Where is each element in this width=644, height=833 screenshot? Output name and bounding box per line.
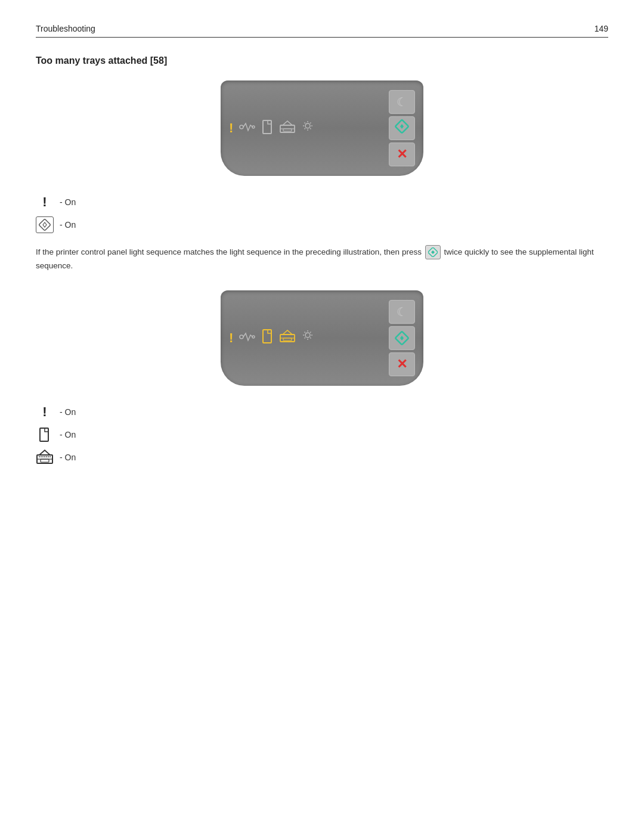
sleep-button-2[interactable]: ☾ (389, 300, 415, 324)
header-right: 149 (595, 24, 608, 33)
svg-line-36 (310, 332, 311, 333)
svg-point-51 (49, 456, 51, 457)
svg-marker-43 (39, 450, 50, 455)
cancel-x-icon-2: ✕ (397, 357, 407, 372)
legend-1-text-1: - On (60, 197, 76, 207)
legend-exclaim-icon-1: ! (36, 194, 54, 210)
sleep-button-1[interactable]: ☾ (389, 90, 415, 114)
legend-2-text-1: - On (60, 407, 76, 417)
svg-point-29 (305, 333, 310, 337)
svg-line-12 (305, 122, 306, 123)
page-icon-2 (262, 329, 274, 346)
exclaim-icon-1: ! (229, 122, 233, 135)
svg-rect-28 (283, 338, 292, 340)
tray-icon-2 (280, 330, 295, 346)
start-button-1[interactable] (389, 116, 415, 140)
svg-point-49 (46, 456, 47, 457)
svg-rect-2 (263, 120, 271, 134)
svg-point-45 (39, 456, 40, 457)
svg-line-15 (305, 128, 306, 129)
legend-2-text-3: - On (60, 453, 76, 462)
panel-2-icons: ! (229, 329, 383, 346)
legend-2-item-1: ! - On (36, 404, 608, 420)
light-icon-1 (301, 120, 314, 137)
cancel-x-icon-1: ✕ (397, 147, 407, 162)
moon-icon-1: ☾ (397, 95, 407, 109)
moon-icon-2: ☾ (397, 305, 407, 319)
svg-rect-24 (263, 330, 271, 343)
svg-point-48 (44, 456, 45, 457)
svg-line-37 (305, 337, 306, 339)
exclaim-icon-2: ! (229, 332, 233, 345)
legend-tray-icon (36, 449, 54, 466)
legend-exclaim-icon-2: ! (36, 404, 54, 420)
legend-page-icon (36, 426, 54, 443)
svg-rect-44 (41, 459, 49, 462)
start-button-2[interactable] (389, 326, 415, 350)
legend-2: ! - On - On (36, 404, 608, 466)
section-title: Too many trays attached [58] (36, 55, 608, 66)
svg-rect-6 (283, 129, 292, 131)
svg-marker-19 (43, 222, 47, 227)
network-icon-1 (239, 120, 256, 136)
svg-line-34 (305, 332, 306, 333)
cancel-button-2[interactable]: ✕ (389, 352, 415, 376)
cancel-button-1[interactable]: ✕ (389, 143, 415, 166)
legend-1-text-2: - On (60, 220, 76, 230)
svg-line-35 (310, 337, 311, 339)
svg-line-14 (310, 122, 311, 123)
svg-point-50 (48, 456, 49, 457)
legend-2-item-2: - On (36, 426, 608, 443)
svg-marker-27 (283, 330, 292, 335)
start-diamond-icon-1 (394, 119, 410, 138)
printer-panel-2-wrapper: ! (36, 290, 608, 386)
svg-point-7 (305, 123, 310, 128)
panel-1-buttons: ☾ ✕ (389, 90, 415, 166)
body-text: If the printer control panel light seque… (36, 245, 608, 272)
page-header: Troubleshooting 149 (36, 24, 608, 38)
panel-1-icons: ! (229, 120, 383, 137)
svg-rect-40 (40, 428, 48, 441)
svg-point-46 (41, 456, 42, 457)
light-icon-2 (301, 330, 314, 346)
legend-2-text-2: - On (60, 430, 76, 439)
legend-2-item-3: - On (36, 449, 608, 466)
tray-icon-1 (280, 120, 295, 137)
svg-marker-5 (283, 121, 292, 125)
svg-point-0 (240, 125, 243, 129)
legend-diamond-icon-1 (36, 216, 54, 233)
printer-panel-1: ! (221, 80, 423, 176)
legend-1: ! - On - On (36, 194, 608, 233)
panel-2-buttons: ☾ ✕ (389, 300, 415, 376)
network-icon-2 (239, 330, 256, 346)
svg-marker-39 (400, 336, 404, 340)
inline-start-button (425, 245, 441, 259)
header-left: Troubleshooting (36, 24, 95, 33)
svg-point-22 (240, 335, 243, 339)
svg-rect-18 (39, 219, 51, 231)
start-diamond-icon-2 (394, 330, 410, 346)
svg-marker-17 (400, 124, 404, 129)
printer-panel-2: ! (221, 290, 423, 386)
svg-point-1 (252, 126, 255, 128)
svg-line-13 (310, 128, 311, 129)
svg-marker-21 (431, 250, 435, 254)
svg-point-23 (252, 336, 255, 338)
legend-1-item-1: ! - On (36, 194, 608, 210)
svg-point-47 (42, 456, 44, 457)
legend-1-item-2: - On (36, 216, 608, 233)
printer-panel-1-wrapper: ! (36, 80, 608, 176)
page-icon-1 (262, 120, 274, 137)
